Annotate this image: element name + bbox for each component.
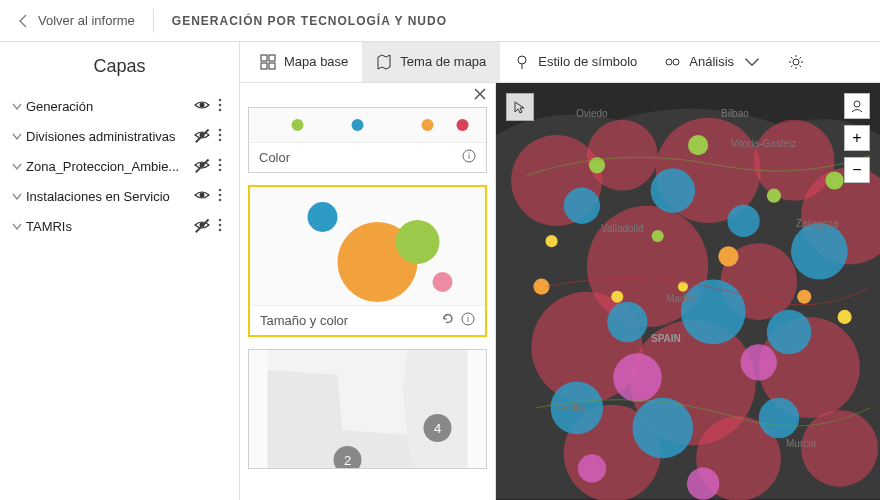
layer-more-button[interactable] — [211, 157, 229, 176]
svg-point-83 — [838, 310, 852, 324]
symbol-label: Estilo de símbolo — [538, 54, 637, 69]
svg-point-7 — [219, 138, 222, 141]
svg-point-5 — [219, 128, 222, 131]
svg-point-75 — [718, 246, 738, 266]
chevron-down-icon[interactable] — [10, 219, 24, 234]
svg-point-36 — [396, 220, 440, 264]
visibility-toggle[interactable] — [193, 187, 211, 206]
zoom-in-button[interactable]: + — [844, 125, 870, 151]
analysis-button[interactable]: Análisis — [651, 42, 774, 82]
map-canvas[interactable]: Oviedo Bilbao Vitoria-Gasteiz Valladolid… — [496, 83, 880, 500]
close-panel-button[interactable] — [473, 87, 487, 104]
visibility-toggle[interactable] — [193, 157, 211, 176]
chevron-down-icon[interactable] — [10, 189, 24, 204]
svg-point-34 — [308, 202, 338, 232]
theme-preview — [249, 108, 486, 142]
visibility-toggle[interactable] — [193, 127, 211, 146]
svg-point-78 — [741, 344, 777, 380]
theme-name: Tamaño y color — [260, 313, 435, 328]
visibility-toggle[interactable] — [193, 217, 211, 236]
layer-more-button[interactable] — [211, 217, 229, 236]
theme-card[interactable]: 42 — [248, 349, 487, 469]
layer-more-button[interactable] — [211, 127, 229, 146]
svg-point-12 — [200, 192, 205, 197]
layer-item[interactable]: Zona_Proteccion_Ambie... — [6, 151, 233, 181]
svg-point-1 — [219, 98, 222, 101]
back-label: Volver al informe — [38, 13, 135, 28]
svg-point-18 — [219, 223, 222, 226]
svg-point-15 — [219, 198, 222, 201]
account-button[interactable] — [844, 93, 870, 119]
svg-point-59 — [564, 187, 600, 223]
svg-point-77 — [613, 353, 662, 402]
info-icon[interactable]: i — [455, 312, 475, 329]
basemap-button[interactable]: Mapa base — [246, 42, 362, 82]
theme-name: Color — [259, 150, 456, 165]
zoom-out-button[interactable]: − — [844, 157, 870, 183]
theme-button[interactable]: Tema de mapa — [362, 42, 500, 82]
svg-point-25 — [666, 59, 672, 65]
svg-point-0 — [200, 102, 205, 107]
svg-point-17 — [219, 218, 222, 221]
cursor-tool[interactable] — [506, 93, 534, 121]
page-title: GENERACIÓN POR TECNOLOGÍA Y NUDO — [154, 14, 465, 28]
layer-item[interactable]: Divisiones administrativas — [6, 121, 233, 151]
svg-point-27 — [793, 59, 799, 65]
svg-point-67 — [632, 397, 693, 458]
settings-button[interactable] — [774, 42, 818, 82]
svg-point-81 — [546, 235, 558, 247]
basemap-label: Mapa base — [284, 54, 348, 69]
chevron-left-icon — [18, 13, 28, 29]
svg-point-14 — [219, 193, 222, 196]
breadcrumb: Volver al informe GENERACIÓN POR TECNOLO… — [0, 0, 880, 42]
svg-rect-22 — [261, 63, 267, 69]
chevron-down-icon[interactable] — [10, 159, 24, 174]
layer-label: TAMRIs — [24, 219, 193, 234]
layers-sidebar: Capas GeneraciónDivisiones administrativ… — [0, 42, 240, 500]
map-icon — [376, 54, 392, 70]
svg-text:2: 2 — [344, 453, 351, 468]
user-icon — [850, 99, 864, 113]
reset-icon[interactable] — [435, 312, 455, 329]
svg-point-28 — [292, 119, 304, 131]
symbol-button[interactable]: Estilo de símbolo — [500, 42, 651, 82]
svg-point-79 — [578, 454, 606, 482]
layer-more-button[interactable] — [211, 187, 229, 206]
theme-label: Tema de mapa — [400, 54, 486, 69]
svg-point-2 — [219, 103, 222, 106]
layer-more-button[interactable] — [211, 97, 229, 116]
layer-item[interactable]: Instalaciones en Servicio — [6, 181, 233, 211]
svg-point-64 — [681, 279, 746, 344]
svg-point-8 — [200, 162, 205, 167]
back-button[interactable]: Volver al informe — [0, 13, 153, 29]
svg-point-76 — [797, 289, 811, 303]
svg-point-19 — [219, 228, 222, 231]
svg-point-61 — [727, 204, 759, 236]
svg-point-30 — [422, 119, 434, 131]
visibility-toggle[interactable] — [193, 97, 211, 116]
gear-icon — [788, 54, 804, 70]
theme-panel: ColoriTamaño y colori42 — [240, 83, 496, 500]
layer-label: Instalaciones en Servicio — [24, 189, 193, 204]
chevron-down-icon[interactable] — [10, 99, 24, 114]
svg-point-73 — [652, 230, 664, 242]
svg-point-71 — [767, 188, 781, 202]
chevron-down-icon — [744, 54, 760, 70]
layer-item[interactable]: Generación — [6, 91, 233, 121]
svg-point-10 — [219, 163, 222, 166]
svg-point-70 — [688, 135, 708, 155]
svg-point-68 — [759, 397, 799, 437]
layer-item[interactable]: TAMRIs — [6, 211, 233, 241]
svg-point-84 — [611, 290, 623, 302]
svg-rect-21 — [269, 55, 275, 61]
svg-point-29 — [352, 119, 364, 131]
svg-rect-20 — [261, 55, 267, 61]
info-icon[interactable]: i — [456, 149, 476, 166]
cursor-icon — [513, 100, 527, 114]
chevron-down-icon[interactable] — [10, 129, 24, 144]
svg-point-31 — [457, 119, 469, 131]
theme-card[interactable]: Tamaño y colori — [248, 185, 487, 337]
grid-icon — [260, 54, 276, 70]
svg-point-60 — [651, 168, 695, 212]
theme-card[interactable]: Colori — [248, 107, 487, 173]
